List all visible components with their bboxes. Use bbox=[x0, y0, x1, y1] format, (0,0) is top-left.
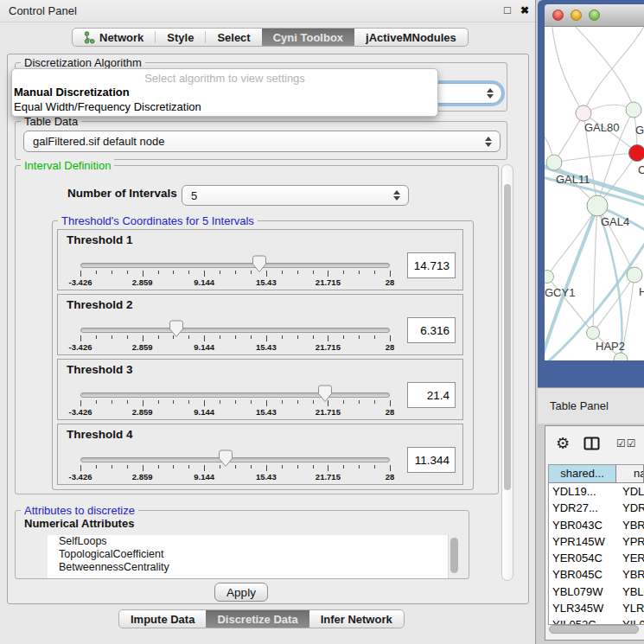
split-columns-icon[interactable] bbox=[583, 437, 600, 450]
network-edge bbox=[593, 275, 634, 333]
select-columns-checkboxes-icon[interactable]: ☑☑ bbox=[616, 437, 637, 450]
tab-network[interactable]: Network bbox=[73, 29, 155, 46]
table-header-cell[interactable]: na bbox=[616, 465, 644, 482]
slider-track[interactable] bbox=[80, 263, 390, 268]
table-data-combobox[interactable]: galFiltered.sif default node bbox=[23, 131, 501, 152]
table-row[interactable]: YBR045CYBR0 bbox=[549, 566, 644, 583]
slider-thumb[interactable] bbox=[317, 385, 333, 403]
slider-tick bbox=[188, 271, 189, 274]
network-edge bbox=[552, 27, 583, 113]
slider-tick bbox=[390, 400, 391, 406]
thresholds-group: Threshold's Coordinates for 5 Intervals … bbox=[52, 220, 474, 490]
slider-track[interactable] bbox=[80, 328, 390, 333]
number-of-intervals-value: 5 bbox=[191, 189, 197, 202]
network-node-GA[interactable] bbox=[626, 102, 641, 118]
gear-icon[interactable]: ⚙ bbox=[556, 434, 570, 453]
number-of-intervals-combobox[interactable]: 5 bbox=[182, 185, 409, 206]
table-row[interactable]: YPR145WYPR1 bbox=[549, 533, 644, 550]
threshold-panel: Threshold 4-3.4262.8599.14415.4321.71528 bbox=[57, 424, 463, 485]
table-row[interactable]: YER054CYER0 bbox=[549, 550, 644, 566]
slider-tick bbox=[251, 465, 252, 469]
slider-thumb[interactable] bbox=[252, 255, 267, 273]
tab-infer-network[interactable]: Infer Network bbox=[309, 610, 404, 628]
network-node-GAL4[interactable] bbox=[587, 195, 608, 216]
table-row[interactable]: YLR345WYLR3 bbox=[549, 600, 644, 616]
table-cell: YDL1 bbox=[616, 483, 644, 500]
network-node-H[interactable] bbox=[627, 267, 642, 283]
network-edge bbox=[547, 206, 597, 277]
slider-tick bbox=[282, 335, 283, 339]
network-edge bbox=[571, 27, 634, 110]
dropdown-option[interactable]: Equal Width/Frequency Discretization bbox=[12, 99, 437, 114]
close-traffic-button[interactable] bbox=[552, 10, 564, 21]
slider-tick bbox=[266, 465, 267, 471]
float-window-icon[interactable]: □ bbox=[504, 3, 511, 16]
table-row[interactable]: YDL19...YDL1 bbox=[549, 483, 644, 500]
table-cell: YER054C bbox=[549, 550, 616, 566]
attribute-list-item[interactable]: SelfLoops bbox=[48, 535, 448, 548]
scrollbar-thumb[interactable] bbox=[549, 625, 639, 634]
network-node-C[interactable] bbox=[629, 145, 644, 162]
tab-cyni-toolbox[interactable]: Cyni Toolbox bbox=[262, 29, 354, 46]
zoom-traffic-button[interactable] bbox=[589, 10, 600, 21]
slider-tick bbox=[359, 465, 360, 469]
slider-tick-label: 28 bbox=[371, 342, 409, 352]
slider-tick bbox=[343, 465, 344, 469]
slider-tick bbox=[374, 271, 375, 274]
slider-track[interactable] bbox=[80, 457, 390, 462]
table-cell: YER0 bbox=[616, 550, 644, 566]
table-row[interactable]: YBL079WYBL0 bbox=[549, 583, 644, 600]
table-header-cell[interactable]: shared... bbox=[549, 465, 616, 482]
network-node-label: H bbox=[639, 285, 644, 298]
tab-style[interactable]: Style bbox=[156, 29, 205, 46]
tab-jactivemnodules[interactable]: jActiveMNodules bbox=[354, 29, 468, 46]
table-cell: YBL079W bbox=[549, 583, 616, 600]
tab-label: Impute Data bbox=[131, 613, 194, 626]
control-panel-window: Control Panel □ ✖ NetworkStyleSelectCyni… bbox=[0, 0, 536, 644]
table-row[interactable]: YIL052CYIL0 bbox=[549, 616, 644, 625]
tab-label: Cyni Toolbox bbox=[273, 31, 343, 44]
group-title: Interval Definition bbox=[21, 159, 114, 172]
attributes-group: Attributes to discretize Numerical Attri… bbox=[15, 510, 469, 579]
tab-impute-data[interactable]: Impute Data bbox=[119, 610, 206, 628]
attribute-list-item[interactable]: TopologicalCoefficient bbox=[48, 548, 448, 561]
tab-discretize-data[interactable]: Discretize Data bbox=[206, 610, 309, 628]
network-node-GCY1[interactable] bbox=[545, 271, 554, 284]
slider-tick-label: 15.43 bbox=[247, 407, 285, 417]
table-row[interactable]: YBR043CYBR0 bbox=[549, 517, 644, 533]
minimize-traffic-button[interactable] bbox=[571, 10, 582, 21]
scrollbar-thumb[interactable] bbox=[504, 184, 511, 490]
slider-track[interactable] bbox=[80, 392, 390, 398]
dropdown-option[interactable]: Manual Discretization bbox=[12, 85, 437, 99]
network-node-GAL80[interactable] bbox=[576, 105, 591, 121]
slider-tick bbox=[188, 400, 189, 404]
threshold-value-input[interactable] bbox=[407, 382, 456, 408]
network-node-label: GCY1 bbox=[545, 286, 575, 299]
slider-tick-label: -3.426 bbox=[61, 342, 99, 352]
network-canvas[interactable]: GAL80GACGAL11GAL4GCY1HHAP2 bbox=[545, 27, 644, 360]
threshold-value-input[interactable] bbox=[407, 447, 456, 473]
apply-button[interactable]: Apply bbox=[214, 583, 268, 602]
slider-tick bbox=[282, 400, 283, 404]
slider-tick bbox=[204, 335, 205, 341]
dropdown-options: Manual DiscretizationEqual Width/Frequen… bbox=[12, 85, 437, 114]
tab-select[interactable]: Select bbox=[206, 29, 261, 46]
network-edge bbox=[554, 113, 583, 163]
slider-tick bbox=[112, 400, 112, 404]
table-row[interactable]: YDR27...YDR2 bbox=[549, 500, 644, 516]
scrollbar-thumb[interactable] bbox=[450, 538, 458, 573]
slider-thumb[interactable] bbox=[169, 320, 184, 338]
threshold-value-input[interactable] bbox=[407, 317, 456, 343]
threshold-label: Threshold 3 bbox=[67, 363, 133, 376]
slider-tick bbox=[80, 335, 81, 341]
slider-tick bbox=[143, 400, 143, 406]
close-icon[interactable]: ✖ bbox=[520, 4, 529, 16]
attribute-list-item[interactable]: BetweennessCentrality bbox=[48, 561, 448, 574]
slider-tick bbox=[158, 271, 159, 274]
numerical-attributes-list[interactable]: SelfLoopsTopologicalCoefficientBetweenne… bbox=[48, 535, 448, 578]
slider-thumb[interactable] bbox=[218, 450, 233, 468]
table-panel-toolbar: ⚙ ☑☑ bbox=[545, 426, 644, 462]
network-node-GAL11[interactable] bbox=[546, 155, 562, 170]
threshold-value-input[interactable] bbox=[407, 252, 456, 278]
network-node-HAP2[interactable] bbox=[587, 327, 600, 340]
